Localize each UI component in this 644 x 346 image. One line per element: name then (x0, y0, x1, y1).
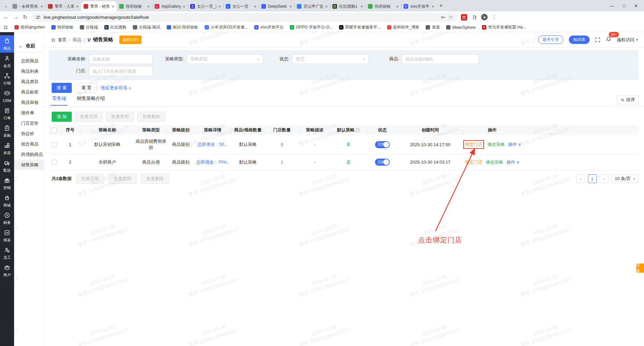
tab-close-icon[interactable]: ✕ (361, 5, 363, 8)
browser-tab[interactable]: ◇AppGallery✕ (152, 1, 188, 11)
minimize-button[interactable]: — (610, 3, 614, 8)
bookmark-item[interactable]: 盈和软件_博客 (387, 24, 420, 30)
beginner-guide-button[interactable]: 新手引导 (538, 36, 564, 44)
bookmark-item[interactable]: 悦邻收银 (51, 24, 73, 30)
tab-close-icon[interactable]: ✕ (112, 5, 114, 8)
strategy-name-input[interactable] (89, 54, 153, 64)
submenu-item-商品标签[interactable]: 商品标签 (14, 87, 44, 97)
sidebar-item-采购[interactable]: 采购 (0, 122, 14, 140)
reset-button[interactable]: 重 置 (76, 83, 97, 93)
prev-page-button[interactable]: ‹ (576, 174, 585, 183)
password-key-icon[interactable] (440, 15, 445, 20)
info-icon[interactable]: ? (356, 128, 360, 132)
sidebar-item-CRM[interactable]: CRMCRM (0, 88, 14, 105)
task-side-tab[interactable]: 任务 (636, 264, 644, 273)
sidebar-item-营销[interactable]: 营销 (0, 175, 14, 192)
browser-tab[interactable]: ◐文心一言✕ (223, 1, 259, 11)
back-button[interactable]: ← (3, 14, 9, 20)
reload-button[interactable]: ↻ (23, 14, 28, 21)
restore-button[interactable]: □ (623, 3, 626, 8)
browser-tab[interactable]: 悦邻收银✕ (366, 1, 401, 11)
browser-tab[interactable]: 穿山甲广告S✕ (294, 1, 330, 11)
profile-avatar[interactable]: ● (481, 14, 488, 20)
submenu-item-销售策略[interactable]: 销售策略 (14, 160, 44, 170)
knowledge-base-button[interactable]: 知识库 (569, 36, 590, 44)
browser-tab[interactable]: 擎萃 - 销售策✕ (81, 1, 117, 11)
extensions-puzzle-icon[interactable] (471, 14, 477, 20)
browser-tab[interactable]: DeepSeek✕ (259, 1, 294, 11)
account-menu[interactable]: 越权访问 ▼ (617, 37, 639, 43)
sidebar-item-订单[interactable]: 订单 (0, 105, 14, 122)
browser-tab[interactable]: 擎萃 - 入库单✕ (46, 1, 81, 11)
status-toggle[interactable]: 启用 (375, 141, 390, 148)
tab-retail[interactable]: 零售端 (52, 96, 66, 106)
new-tab-button[interactable]: + (439, 2, 443, 9)
goods-input[interactable] (402, 54, 479, 64)
sidebar-item-分销[interactable]: 分销 (0, 70, 14, 88)
bookmark-item[interactable]: 分拣端-测试 (133, 24, 160, 30)
breadcrumb-goods[interactable]: 商品 (73, 37, 82, 43)
tab-close-icon[interactable]: ✕ (183, 5, 185, 8)
store-count-link[interactable]: 1 (281, 160, 283, 165)
submenu-item-商品列表[interactable]: 商品列表 (14, 66, 44, 76)
edit-strategy-link[interactable]: 修改策略 (486, 159, 503, 165)
submenu-item-门店定价[interactable]: 门店定价 (14, 118, 44, 128)
extension-red-icon[interactable] (461, 14, 467, 20)
browser-tab[interactable]: 社社区团购1 -✕ (330, 1, 366, 11)
batch-disable-button[interactable]: 批量禁用 (106, 112, 134, 122)
batch-delete-button[interactable]: 批量删除 (141, 174, 169, 184)
tab-close-icon[interactable]: ✕ (76, 5, 79, 8)
select-all-checkbox[interactable] (52, 128, 57, 133)
sidebar-item-配送[interactable]: 配送 (0, 157, 14, 175)
sidebar-item-员工[interactable]: 员工 (0, 244, 14, 262)
collapse-sidebar-button[interactable]: ← 收起 (14, 40, 44, 52)
more-actions-link[interactable]: 操作 ∨ (508, 141, 521, 148)
bookmark-item[interactable]: MeterSphere (446, 24, 475, 30)
tab-close-icon[interactable]: ✕ (325, 5, 328, 8)
sidebar-item-商户[interactable]: 商户 (0, 262, 14, 279)
bookmark-item[interactable]: 社社区团购 (104, 24, 126, 30)
store-input[interactable] (89, 66, 153, 76)
address-bar[interactable]: live.yinghecloud.com/goods/manage/goodsS… (32, 13, 457, 22)
submenu-item-组合商品[interactable]: 组合商品 (14, 139, 44, 149)
strategy-detail-link[interactable]: 总部佣金：70%.. (196, 159, 229, 165)
strategy-detail-link[interactable]: 总部承担：50... (198, 141, 228, 148)
batch-enable-button[interactable]: 批量启用 (75, 112, 103, 122)
tab-close-icon[interactable]: ✕ (289, 5, 292, 8)
store-count-link[interactable]: 0 (281, 142, 283, 147)
page-number-button[interactable]: 1 (588, 174, 597, 183)
strategy-type-select[interactable]: 策略类型 ∨ (186, 54, 263, 64)
cell-strategy-detail-link[interactable]: 总部承担：50... (194, 141, 231, 148)
bookmark-item[interactable]: OOPPO 开放平台-O... (290, 24, 332, 30)
fullscreen-icon[interactable] (595, 37, 600, 43)
search-button[interactable]: 搜 索 (52, 83, 72, 93)
bookmark-item[interactable]: ○小米澎湃OS开发者... (205, 24, 248, 30)
cell-store-count-link[interactable]: 1 (264, 160, 300, 165)
menu-kebab-icon[interactable]: ⋮ (492, 14, 497, 20)
submenu-item-总部商品[interactable]: 总部商品 (14, 56, 44, 66)
sidebar-item-报表[interactable]: 报表 (0, 227, 14, 244)
tab-close-icon[interactable]: ✕ (432, 5, 434, 8)
submenu-item-跨境购商品[interactable]: 跨境购商品 (14, 149, 44, 160)
cell-store-count-link[interactable]: 0 (264, 142, 300, 147)
bookmark-item[interactable]: 测试-悦邻收银 (167, 24, 198, 30)
submenu-item-报价单[interactable]: 报价单 (14, 108, 44, 118)
apps-grid-icon[interactable] (4, 26, 7, 29)
bookmark-item[interactable]: ❀华为开发者联盟-Ha... (482, 24, 526, 30)
browser-tab[interactable]: 悦邻收银✕ (117, 1, 152, 11)
submenu-item-商品审核[interactable]: 商品审核 (14, 97, 44, 108)
page-size-select[interactable]: 10 条/页 ∨ (611, 174, 639, 183)
batch-delete-button[interactable]: 批量删除 (137, 112, 165, 122)
sort-button[interactable]: 排序 (617, 96, 639, 104)
collapse-filters-link[interactable]: 收起更多筛选 ∧ (101, 85, 131, 91)
cell-strategy-detail-link[interactable]: 总部佣金：70%.. (194, 159, 231, 165)
add-button[interactable]: 添 加 (52, 112, 72, 122)
tab-close-icon[interactable]: ✕ (147, 5, 150, 8)
sidebar-item-商品[interactable]: 商品 (0, 35, 14, 53)
breadcrumb-home[interactable]: 首页 (58, 37, 67, 43)
tab-strategy-intro[interactable]: 销售策略介绍 (77, 96, 105, 106)
browser-tab[interactable]: 文文心一言_百✕ (188, 1, 223, 11)
sidebar-item-库房[interactable]: 库房 (0, 140, 14, 157)
bookmark-item[interactable]: 渠道 (426, 24, 440, 30)
close-button[interactable]: ✕ (634, 3, 638, 8)
